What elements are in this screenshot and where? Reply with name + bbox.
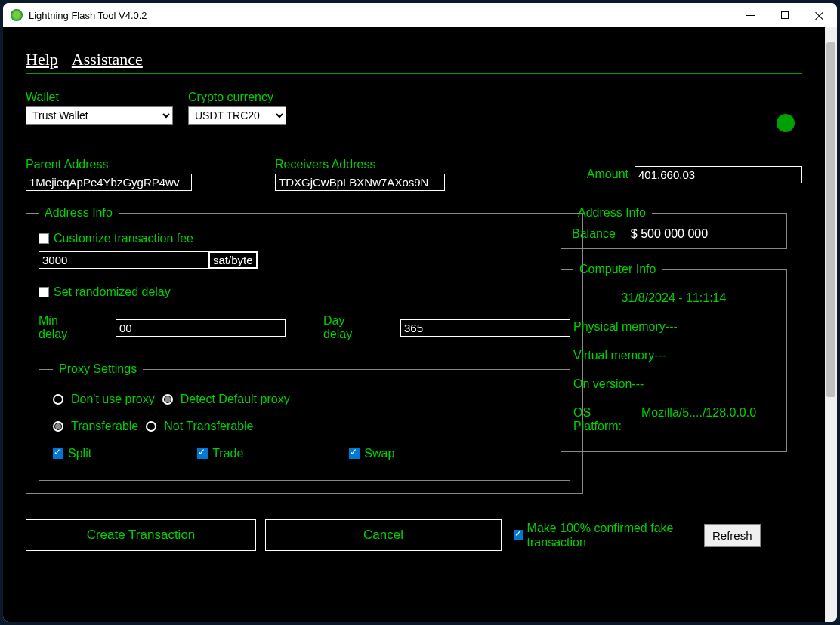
detect-default-proxy-label: Detect Default proxy [181,393,290,406]
app-window: Lightning Flash Tool V4.0.2 Help Assista… [3,3,837,622]
min-delay-input[interactable] [116,319,286,337]
window-title: Lightning Flash Tool V4.0.2 [29,10,733,21]
proxy-settings-fieldset: Proxy Settings Don't use proxy Detect De… [39,362,570,481]
split-checkbox[interactable] [53,448,63,459]
os-platform-value: Mozilla/5..../128.0.0.0 [641,406,756,433]
parent-address-input[interactable] [26,174,192,191]
vertical-scrollbar[interactable] [825,27,837,622]
wallet-label: Wallet [26,91,173,104]
virtual-memory: Virtual memory--- [573,349,774,362]
minimize-button[interactable] [733,3,767,27]
scroll-thumb[interactable] [826,42,835,397]
refresh-button[interactable]: Refresh [704,524,761,547]
cancel-button[interactable]: Cancel [265,519,502,551]
set-randomized-delay-label: Set randomized delay [54,285,171,299]
dont-use-proxy-label: Don't use proxy [71,393,155,406]
trade-checkbox[interactable] [197,448,208,459]
right-address-info-fieldset: Address Info Balance $ 500 000 000 [561,206,787,249]
split-label: Split [68,447,91,460]
menu-help[interactable]: Help [26,50,58,69]
close-button[interactable] [802,3,837,27]
proxy-settings-legend: Proxy Settings [53,362,143,376]
create-transaction-button[interactable]: Create Transaction [26,519,256,551]
app-icon [11,9,23,21]
set-randomized-delay-checkbox[interactable] [39,287,49,297]
maximize-button[interactable] [767,3,802,27]
swap-checkbox[interactable] [349,448,360,459]
on-version: On version--- [573,377,774,391]
transferable-radio[interactable] [53,421,63,432]
day-delay-label: Day delay [323,314,363,341]
customize-fee-label: Customize transaction fee [54,232,193,245]
address-info-legend: Address Info [39,206,119,220]
detect-default-proxy-radio[interactable] [162,394,173,405]
confirm-fake-checkbox[interactable] [514,530,523,540]
day-delay-input[interactable] [400,319,570,337]
trade-label: Trade [212,447,243,460]
menu-assistance[interactable]: Assistance [72,50,143,69]
computer-info-fieldset: Computer Info 31/8/2024 - 11:1:14 Physic… [561,263,787,452]
dont-use-proxy-radio[interactable] [53,394,63,405]
wallet-select[interactable]: Trust Wallet [26,106,173,125]
physical-memory: Physical memory--- [573,320,774,334]
address-info-fieldset: Address Info Customize transaction fee s… [26,206,583,494]
sat-byte-label: sat/byte [208,251,258,269]
min-delay-label: Min delay [39,314,78,341]
content-area: Help Assistance Wallet Trust Wallet Cryp… [3,27,825,622]
parent-address-label: Parent Address [26,158,192,171]
transferable-label: Transferable [71,420,138,433]
crypto-select[interactable]: USDT TRC20 [188,106,286,125]
menu-bar: Help Assistance [26,50,802,74]
not-transferable-radio[interactable] [146,421,156,432]
computer-info-legend: Computer Info [573,263,662,276]
confirm-fake-label: Make 100% confirmed fake transaction [527,521,693,550]
titlebar: Lightning Flash Tool V4.0.2 [3,3,837,27]
right-address-info-legend: Address Info [572,206,652,220]
os-platform-label: OS Platform: [573,406,641,433]
status-indicator-icon [777,114,795,132]
balance-label: Balance [572,227,616,241]
swap-label: Swap [364,447,394,460]
customize-fee-checkbox[interactable] [39,233,49,244]
amount-label: Amount [587,168,628,181]
fee-input[interactable] [39,251,208,269]
balance-value: $ 500 000 000 [631,227,708,241]
crypto-label: Crypto currency [188,91,286,104]
receivers-address-label: Receivers Address [275,158,445,171]
not-transferable-label: Not Transferable [164,420,253,433]
computer-info-date: 31/8/2024 - 11:1:14 [573,291,774,305]
receivers-address-input[interactable] [275,174,445,191]
amount-input[interactable] [635,166,802,183]
